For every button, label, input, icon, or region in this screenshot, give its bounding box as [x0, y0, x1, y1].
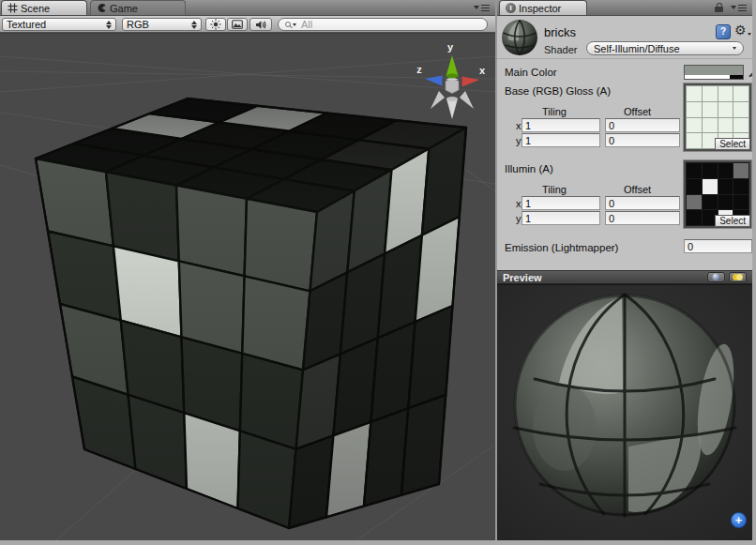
- lock-icon[interactable]: [715, 3, 723, 12]
- updown-arrows-icon: [188, 21, 197, 29]
- color-mode-dropdown[interactable]: RGB: [122, 18, 202, 31]
- scene-panel-menu-icon[interactable]: [474, 5, 495, 16]
- row-y-label: y: [516, 213, 522, 224]
- sphere-icon: [712, 273, 720, 281]
- game-icon: [97, 3, 107, 13]
- scene-panel: Scene Game Textured RGB: [0, 0, 495, 540]
- illumin-texture-thumbnail[interactable]: Select: [684, 160, 751, 228]
- gizmo-x-label: x: [479, 65, 486, 76]
- search-value: All: [301, 19, 312, 30]
- illumin-select-button[interactable]: Select: [715, 215, 750, 227]
- main-color-label: Main Color: [505, 67, 557, 78]
- offset-header: Offset: [624, 106, 651, 117]
- textured-cube[interactable]: [36, 98, 466, 528]
- color-mode-value: RGB: [127, 19, 149, 30]
- gizmo-gray-cone: [431, 91, 445, 109]
- illumin-map-label: Illumin (A): [505, 163, 553, 174]
- alpha-bar: [685, 75, 743, 79]
- material-preview-area[interactable]: +: [497, 284, 752, 540]
- orientation-gizmo[interactable]: y x z: [416, 41, 486, 119]
- gizmo-y-label: y: [447, 41, 454, 53]
- tab-game-label: Game: [110, 3, 138, 14]
- main-color-swatch[interactable]: [684, 65, 744, 80]
- preview-sphere: [497, 285, 752, 540]
- preview-lighting-button[interactable]: [729, 272, 747, 282]
- dropdown-triangle-icon: [729, 47, 736, 50]
- offset-header: Offset: [624, 184, 651, 195]
- dropdown-triangle-icon: [731, 6, 736, 9]
- row-x-label: x: [516, 120, 522, 131]
- preview-sphere-button[interactable]: [707, 272, 725, 282]
- shader-dropdown[interactable]: Self-Illumin/Diffuse: [586, 41, 744, 55]
- image-icon: [232, 20, 243, 29]
- base-offset-y-input[interactable]: [605, 133, 680, 147]
- unity-editor-window: Scene Game Textured RGB: [0, 0, 756, 545]
- base-texture-thumbnail[interactable]: Select: [684, 83, 751, 151]
- scene-viewport[interactable]: y x z: [0, 34, 495, 540]
- base-map-label: Base (RGB) Gloss (A): [505, 85, 611, 97]
- gear-icon: ⚙: [734, 23, 747, 38]
- search-filter-triangle-icon: [293, 23, 296, 26]
- menu-bars-icon: [481, 5, 490, 12]
- sun-icon: [210, 19, 221, 30]
- illumin-offset-y-input[interactable]: [605, 211, 680, 225]
- illumin-tiling-x-input[interactable]: [522, 196, 600, 210]
- scene-tabbar: Scene Game: [0, 0, 495, 16]
- tiling-header: Tiling: [542, 184, 567, 195]
- lights-icon: [732, 273, 744, 281]
- gizmo-y-cone-base: [446, 74, 459, 79]
- scene-toolbar: Textured RGB: [0, 16, 495, 33]
- render-mode-dropdown[interactable]: Textured: [2, 18, 116, 31]
- illumin-offset-x-input[interactable]: [605, 196, 680, 210]
- gear-dropdown-triangle-icon: [748, 33, 751, 36]
- shader-value: Self-Illumin/Diffuse: [594, 43, 680, 54]
- tab-game[interactable]: Game: [90, 0, 186, 15]
- scene-3d-render: y x z: [0, 34, 495, 540]
- base-tiling-x-input[interactable]: [522, 118, 600, 132]
- audio-toggle-button[interactable]: [249, 18, 272, 31]
- gizmo-z-axis-cone[interactable]: [425, 76, 443, 86]
- inspector-panel-menu-icon[interactable]: [731, 5, 752, 16]
- base-select-button[interactable]: Select: [715, 138, 750, 150]
- emission-input[interactable]: [684, 239, 752, 253]
- speaker-icon: [255, 20, 267, 30]
- row-y-label: y: [516, 135, 522, 146]
- updown-arrows-icon: [102, 21, 112, 29]
- material-name: bricks: [544, 25, 576, 39]
- preview-title: Preview: [503, 272, 542, 283]
- gizmo-cone-base: [446, 97, 458, 101]
- inspector-tabbar: i Inspector: [497, 0, 752, 16]
- tab-inspector[interactable]: i Inspector: [499, 0, 587, 15]
- shader-label: Shader: [544, 44, 577, 55]
- gizmo-y-axis-cone[interactable]: [446, 55, 459, 76]
- help-icon[interactable]: ?: [716, 24, 731, 39]
- skybox-toggle-button[interactable]: [227, 18, 248, 31]
- tab-scene[interactable]: Scene: [1, 0, 87, 15]
- base-tiling-y-input[interactable]: [522, 133, 600, 147]
- render-mode-value: Textured: [7, 19, 46, 30]
- material-header: bricks Shader Self-Illumin/Diffuse ? ⚙: [497, 16, 752, 59]
- gizmo-gray-cone: [446, 98, 458, 119]
- scene-search-field[interactable]: All: [278, 18, 488, 31]
- menu-bars-icon: [738, 5, 747, 12]
- base-offset-x-input[interactable]: [605, 118, 680, 132]
- inspector-panel: i Inspector: [495, 0, 752, 540]
- material-preview-ball: [501, 19, 538, 56]
- gizmo-z-label: z: [416, 64, 422, 75]
- lighting-toggle-button[interactable]: [205, 18, 226, 31]
- emission-label: Emission (Lightmapper): [505, 242, 618, 253]
- info-icon: i: [506, 3, 516, 13]
- tiling-header: Tiling: [542, 106, 567, 117]
- dropdown-triangle-icon: [474, 6, 479, 9]
- preview-header[interactable]: Preview: [497, 270, 752, 284]
- scene-grid-icon: [8, 3, 18, 13]
- row-x-label: x: [516, 198, 522, 209]
- eyedropper-icon[interactable]: [748, 63, 756, 77]
- settings-gear-button[interactable]: ⚙: [734, 23, 751, 38]
- illumin-tiling-y-input[interactable]: [522, 211, 600, 225]
- search-icon: [285, 22, 291, 27]
- preview-add-button[interactable]: +: [731, 512, 747, 528]
- gizmo-center-cube: [446, 78, 459, 94]
- gizmo-gray-cone: [460, 91, 474, 109]
- tab-inspector-label: Inspector: [519, 3, 561, 14]
